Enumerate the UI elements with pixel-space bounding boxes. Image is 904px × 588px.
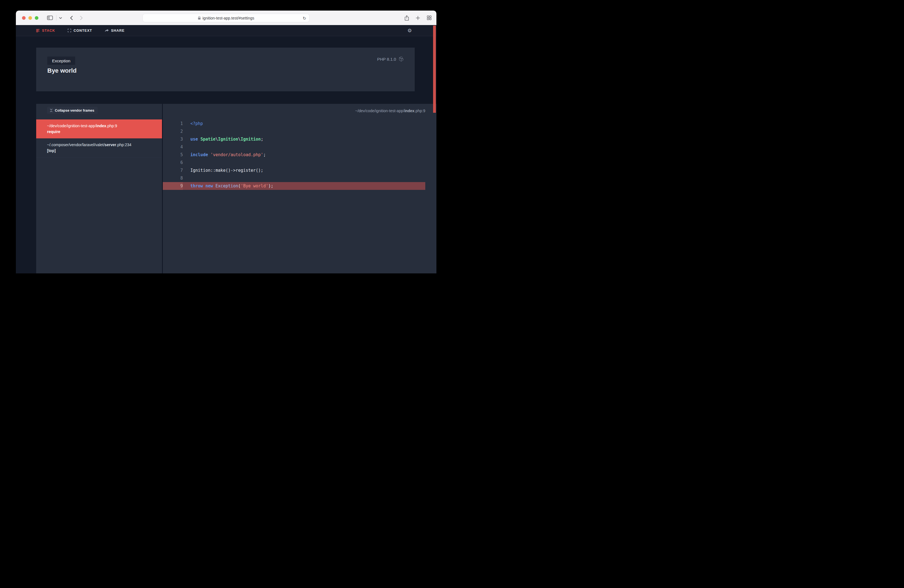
- share-page-icon[interactable]: [405, 15, 409, 21]
- frame-path: ~/.composer/vendor/laravel/valet/server.…: [47, 142, 131, 147]
- frame-path: ~/dev/code/ignition-test-app/index.php:9: [47, 123, 117, 128]
- exception-type-badge: Exception: [47, 57, 75, 65]
- stack-frame[interactable]: ~/dev/code/ignition-test-app/index.php:9…: [36, 119, 162, 138]
- frame-method: require: [47, 129, 156, 135]
- code-line: 7Ignition::make()->register();: [163, 166, 425, 174]
- address-bar[interactable]: ignition-test-app.test/#settings ↻: [142, 14, 310, 22]
- frame-method: [top]: [47, 148, 156, 154]
- tab-overview-icon[interactable]: [427, 16, 431, 20]
- line-number: 4: [163, 144, 183, 150]
- code-line: 3use Spatie\Ignition\Ignition;: [163, 135, 425, 143]
- ignition-navbar: STACK CONTEXT SHARE: [16, 25, 436, 36]
- stack-frame[interactable]: ~/.composer/vendor/laravel/valet/server.…: [36, 138, 162, 158]
- forward-button[interactable]: [80, 16, 83, 21]
- line-number: 9: [163, 182, 183, 190]
- ignition-page: STACK CONTEXT SHARE ⚙: [16, 25, 436, 273]
- code-line: 2: [163, 128, 425, 135]
- code-line: 5include 'vendor/autoload.php';: [163, 151, 425, 159]
- line-number: 7: [163, 168, 183, 173]
- line-number: 3: [163, 137, 183, 142]
- zoom-window-button[interactable]: [35, 16, 38, 20]
- new-tab-icon[interactable]: [416, 16, 420, 20]
- stack-lines-icon: [36, 29, 40, 32]
- line-number: 1: [163, 121, 183, 126]
- context-brackets-icon: [68, 28, 71, 32]
- minimize-window-button[interactable]: [28, 16, 32, 20]
- line-number: 6: [163, 160, 183, 165]
- line-number: 8: [163, 175, 183, 181]
- code-line: 8: [163, 174, 425, 182]
- share-arrow-icon: [105, 29, 109, 32]
- collapse-button-label: Collapse vendor frames: [55, 109, 94, 112]
- tab-share-label: SHARE: [111, 28, 125, 33]
- lock-icon: [198, 16, 201, 20]
- tab-context-label: CONTEXT: [73, 28, 92, 33]
- back-button[interactable]: [70, 16, 73, 21]
- sidebar-toggle-icon[interactable]: [47, 16, 53, 20]
- traffic-lights: [22, 16, 38, 20]
- code-file-path: ~/dev/code/ignition-test-app/index.php:9: [355, 109, 425, 113]
- chevron-down-icon[interactable]: [59, 17, 62, 19]
- code-line: 9throw new Exception('Bye world');: [163, 182, 425, 190]
- tab-stack-label: STACK: [42, 28, 55, 33]
- error-card: Exception Bye world PHP 8.1.0: [36, 47, 415, 91]
- url-text: ignition-test-app.test/#settings: [202, 16, 254, 21]
- line-number: 2: [163, 129, 183, 134]
- code-line: 4: [163, 143, 425, 151]
- php-version-label: PHP 8.1.0: [377, 57, 396, 62]
- code-panel: ~/dev/code/ignition-test-app/index.php:9…: [163, 104, 436, 273]
- reload-icon[interactable]: ↻: [303, 16, 306, 21]
- collapse-icon: [50, 109, 52, 112]
- tab-share[interactable]: SHARE: [105, 28, 125, 33]
- toolbar-divider: [56, 15, 57, 21]
- laravel-logo-icon: [399, 57, 403, 62]
- close-window-button[interactable]: [22, 16, 25, 20]
- error-message: Bye world: [47, 67, 77, 74]
- php-version-chip: PHP 8.1.0: [377, 57, 403, 62]
- collapse-vendor-frames-button[interactable]: Collapse vendor frames: [47, 107, 98, 114]
- browser-toolbar: ignition-test-app.test/#settings ↻: [16, 11, 436, 25]
- tab-stack[interactable]: STACK: [36, 28, 55, 33]
- settings-gear-icon[interactable]: ⚙︎: [408, 27, 412, 34]
- stack-frame-list: ~/dev/code/ignition-test-app/index.php:9…: [36, 119, 162, 158]
- page-scrollbar[interactable]: [433, 25, 436, 113]
- code-line: 1<?php: [163, 120, 425, 128]
- stack-trace-panel: Collapse vendor frames ~/dev/code/igniti…: [36, 104, 162, 273]
- tab-context[interactable]: CONTEXT: [68, 28, 92, 33]
- line-number: 5: [163, 152, 183, 157]
- code-editor: 1<?php23use Spatie\Ignition\Ignition;45i…: [163, 120, 425, 190]
- browser-window: ignition-test-app.test/#settings ↻: [16, 11, 436, 273]
- code-line: 6: [163, 159, 425, 166]
